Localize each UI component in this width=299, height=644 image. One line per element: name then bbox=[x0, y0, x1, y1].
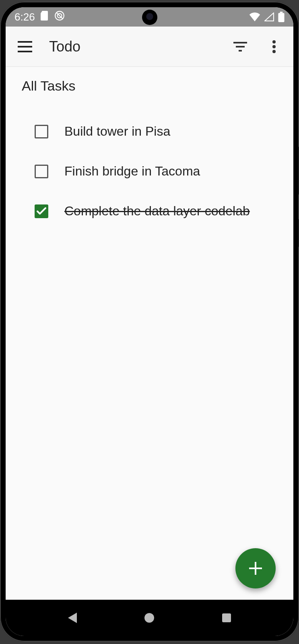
wifi-icon bbox=[249, 12, 260, 21]
svg-rect-5 bbox=[18, 41, 32, 43]
svg-rect-8 bbox=[233, 42, 247, 43]
battery-icon bbox=[278, 12, 285, 22]
svg-point-11 bbox=[272, 40, 276, 43]
task-row[interactable]: Finish bridge in Tacoma bbox=[20, 151, 279, 191]
system-nav-bar bbox=[6, 600, 293, 636]
svg-rect-15 bbox=[249, 568, 262, 569]
home-circle-icon bbox=[144, 613, 155, 623]
add-task-fab[interactable] bbox=[235, 548, 276, 588]
svg-rect-7 bbox=[18, 51, 32, 52]
sd-card-icon bbox=[41, 11, 49, 23]
svg-rect-3 bbox=[278, 13, 284, 22]
svg-rect-6 bbox=[18, 46, 32, 47]
section-title: All Tasks bbox=[22, 78, 279, 94]
hamburger-icon bbox=[18, 41, 32, 52]
task-row[interactable]: Build tower in Pisa bbox=[20, 111, 279, 151]
filter-icon bbox=[233, 42, 247, 52]
task-label: Build tower in Pisa bbox=[64, 123, 170, 140]
nav-recents-button[interactable] bbox=[212, 608, 241, 628]
nav-back-button[interactable] bbox=[58, 608, 87, 628]
recents-square-icon bbox=[222, 613, 231, 623]
task-checkbox[interactable] bbox=[35, 165, 48, 178]
task-label: Complete the data layer codelab bbox=[64, 202, 250, 220]
svg-point-12 bbox=[272, 45, 276, 48]
svg-rect-17 bbox=[222, 613, 231, 622]
camera-notch bbox=[142, 10, 157, 25]
status-time: 6:26 bbox=[14, 11, 35, 23]
task-label: Finish bridge in Tacoma bbox=[64, 163, 200, 180]
check-icon bbox=[37, 207, 46, 215]
screen: 6:26 bbox=[6, 7, 293, 636]
svg-point-16 bbox=[144, 613, 154, 623]
signal-icon bbox=[264, 12, 274, 21]
filter-button[interactable] bbox=[231, 37, 250, 56]
task-checkbox[interactable] bbox=[35, 125, 48, 138]
task-row[interactable]: Complete the data layer codelab bbox=[20, 191, 279, 231]
app-title: Todo bbox=[49, 38, 80, 55]
svg-rect-10 bbox=[239, 50, 242, 52]
more-vert-icon bbox=[272, 40, 276, 53]
nav-home-button[interactable] bbox=[135, 608, 163, 628]
content-area: All Tasks Build tower in Pisa Finish bri… bbox=[6, 67, 293, 600]
svg-rect-9 bbox=[236, 46, 245, 47]
app-bar: Todo bbox=[6, 27, 293, 67]
svg-rect-4 bbox=[280, 12, 283, 13]
svg-point-13 bbox=[272, 50, 276, 53]
menu-button[interactable] bbox=[15, 37, 35, 56]
more-button[interactable] bbox=[264, 37, 284, 56]
do-not-disturb-icon bbox=[54, 10, 65, 24]
plus-icon bbox=[247, 560, 264, 576]
task-checkbox[interactable] bbox=[35, 204, 48, 218]
back-triangle-icon bbox=[67, 612, 78, 624]
device-frame: 6:26 bbox=[0, 2, 299, 642]
